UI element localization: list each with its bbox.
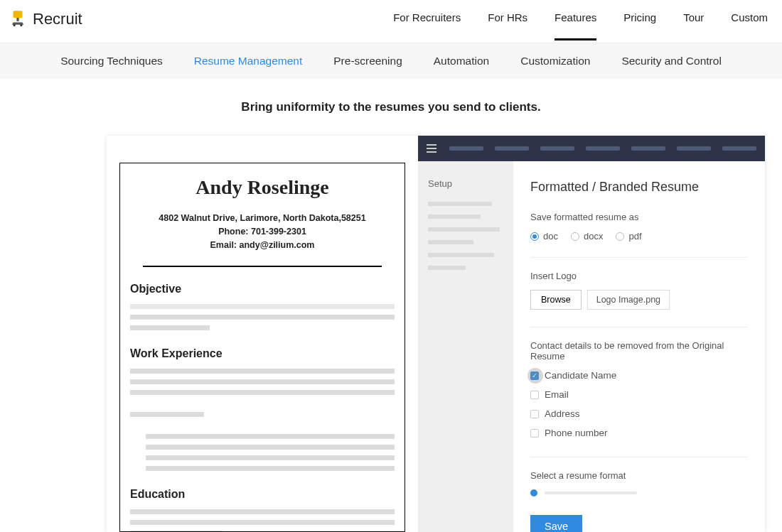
checkbox-icon: [530, 391, 539, 399]
page-headline: Bring uniformity to the resumes you send…: [0, 79, 782, 136]
hamburger-icon[interactable]: [427, 144, 436, 153]
resume-preview: Andy Roselinge 4802 Walnut Drive, Larimo…: [107, 136, 418, 532]
save-button[interactable]: Save: [530, 515, 582, 532]
divider: [530, 327, 748, 327]
top-bar: Recruit For Recruiters For HRs Features …: [0, 0, 782, 43]
radio-icon: [616, 232, 624, 241]
select-format-label: Select a resume format: [530, 470, 748, 481]
sidebar-placeholder: [428, 240, 473, 244]
sub-nav: Sourcing Techniques Resume Management Pr…: [0, 43, 782, 79]
radio-icon: [530, 232, 539, 241]
placeholder-block: [130, 304, 395, 330]
app-content: Formatted / Branded Resume Save formatte…: [513, 161, 765, 532]
resume-divider: [143, 266, 382, 267]
divider: [530, 257, 748, 258]
subnav-resume-management[interactable]: Resume Management: [194, 55, 303, 67]
resume-section-education: Education: [130, 488, 395, 501]
checkbox-icon: [530, 410, 539, 418]
placeholder-block: [130, 434, 395, 471]
sidebar-placeholder: [428, 215, 481, 219]
radio-pdf[interactable]: pdf: [616, 231, 641, 241]
app-panel: Setup Formatted / Branded Resume Save fo…: [418, 136, 765, 532]
resume-contact: 4802 Walnut Drive, Larimore, North Dakot…: [130, 212, 395, 251]
nav-for-hrs[interactable]: For HRs: [488, 11, 527, 28]
nav-tour[interactable]: Tour: [683, 11, 704, 28]
brand: Recruit: [9, 9, 82, 30]
radio-doc[interactable]: doc: [530, 231, 558, 241]
subnav-sourcing[interactable]: Sourcing Techniques: [60, 55, 163, 67]
subnav-automation[interactable]: Automation: [434, 55, 489, 67]
placeholder-block: [130, 369, 395, 395]
top-nav: For Recruiters For HRs Features Pricing …: [393, 11, 768, 28]
subnav-customization[interactable]: Customization: [520, 55, 590, 67]
placeholder-block: [130, 509, 395, 532]
svg-point-2: [20, 24, 22, 26]
sidebar-placeholder: [428, 253, 494, 257]
app-body: Setup Formatted / Branded Resume Save fo…: [418, 161, 765, 532]
resume-section-work: Work Experience: [130, 347, 395, 360]
nav-custom[interactable]: Custom: [731, 11, 768, 28]
radio-docx[interactable]: docx: [571, 231, 603, 241]
check-phone[interactable]: Phone number: [530, 428, 748, 438]
sidebar-placeholder: [428, 266, 466, 270]
subnav-security[interactable]: Security and Control: [621, 55, 721, 67]
nav-pricing[interactable]: Pricing: [623, 11, 656, 28]
nav-features[interactable]: Features: [555, 11, 596, 28]
subnav-prescreening[interactable]: Pre-screening: [333, 55, 402, 67]
insert-logo-label: Insert Logo: [530, 271, 748, 281]
divider: [530, 457, 748, 457]
pulse-indicator: [527, 368, 543, 384]
resume-page: Andy Roselinge 4802 Walnut Drive, Larimo…: [119, 163, 405, 532]
slider-handle-icon: [530, 489, 537, 496]
chair-icon: [9, 9, 27, 30]
browse-button[interactable]: Browse: [530, 290, 582, 310]
svg-point-1: [14, 24, 16, 26]
app-top-bar: [418, 136, 765, 161]
resume-address: 4802 Walnut Drive, Larimore, North Dakot…: [130, 212, 395, 225]
sidebar-title: Setup: [428, 178, 503, 189]
check-candidate-name[interactable]: ✓ Candidate Name: [530, 370, 748, 381]
app-sidebar: Setup: [418, 161, 513, 532]
format-slider[interactable]: [530, 489, 748, 496]
check-address[interactable]: Address: [530, 408, 748, 419]
logo-upload-row: Browse Logo Image.png: [530, 290, 748, 310]
resume-name: Andy Roselinge: [130, 176, 395, 199]
nav-for-recruiters[interactable]: For Recruiters: [393, 11, 461, 28]
slider-track: [545, 492, 637, 494]
placeholder-block: [130, 412, 395, 417]
resume-section-objective: Objective: [130, 283, 395, 295]
contact-remove-list: ✓ Candidate Name Email Address Phone num…: [530, 370, 748, 438]
radio-icon: [571, 232, 579, 241]
svg-rect-0: [16, 18, 18, 21]
checkbox-icon: [530, 429, 539, 438]
resume-phone: Phone: 701-399-2301: [130, 225, 395, 239]
format-radio-group: doc docx pdf: [530, 231, 748, 241]
brand-name: Recruit: [33, 10, 82, 28]
check-email[interactable]: Email: [530, 389, 748, 400]
form-title: Formatted / Branded Resume: [530, 180, 748, 195]
main-panel: Andy Roselinge 4802 Walnut Drive, Larimo…: [107, 136, 765, 532]
resume-email: Email: andy@zilium.com: [130, 239, 395, 252]
contact-remove-label: Contact details to be removed from the O…: [530, 340, 748, 362]
sidebar-placeholder: [428, 202, 492, 206]
save-as-label: Save formatted resume as: [530, 212, 748, 222]
logo-filename: Logo Image.png: [587, 290, 670, 310]
sidebar-placeholder: [428, 227, 500, 232]
app-top-placeholder: [449, 146, 756, 151]
